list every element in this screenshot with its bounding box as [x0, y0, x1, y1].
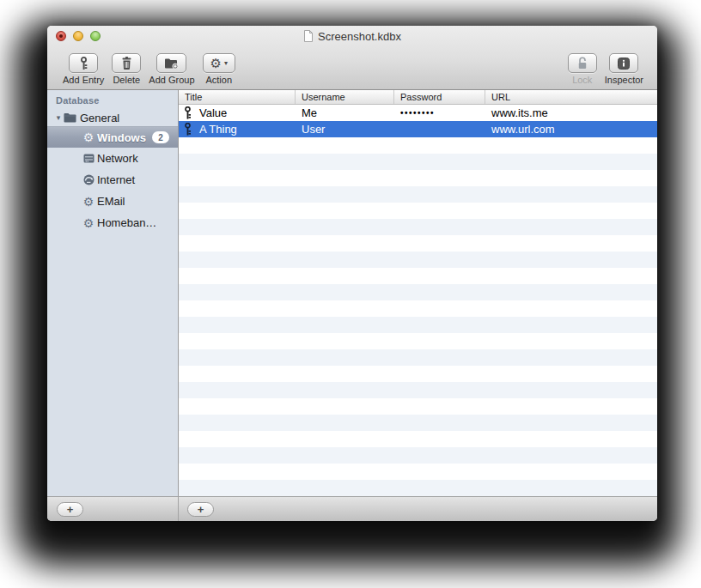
action-button[interactable]: ⚙ ▾ Action — [203, 53, 235, 85]
key-icon — [79, 57, 88, 70]
gear-icon: ⚙ — [82, 131, 95, 143]
add-group-button[interactable]: Add Group — [149, 53, 194, 85]
bottom-bar: + + — [47, 496, 657, 521]
info-icon — [618, 58, 630, 70]
folder-icon — [63, 112, 76, 123]
sidebar-item-network[interactable]: Network — [47, 148, 178, 169]
column-header-title[interactable]: Title — [179, 90, 296, 104]
gear-icon: ⚙ — [82, 196, 95, 208]
add-group-label: Add Group — [149, 75, 194, 85]
disclosure-triangle-icon[interactable]: ▾ — [54, 113, 63, 122]
chevron-down-icon: ▾ — [224, 59, 228, 67]
column-header-url[interactable]: URL — [485, 90, 657, 104]
sidebar-item-email[interactable]: ⚙ EMail — [47, 191, 178, 212]
table-row[interactable]: Value Me •••••••• www.its.me — [179, 105, 657, 121]
open-padlock-icon — [576, 57, 588, 70]
delete-label: Delete — [113, 75, 140, 85]
entry-title: A Thing — [199, 123, 237, 136]
sidebar-item-label: Homeban… — [97, 216, 156, 229]
add-entry-label: Add Entry — [63, 75, 104, 85]
folder-plus-icon — [164, 58, 179, 70]
bottom-bar-divider — [178, 497, 179, 521]
lock-button[interactable]: Lock — [568, 53, 597, 85]
toolbar-right-group: Lock Inspector — [568, 45, 643, 85]
entry-title: Value — [199, 106, 227, 119]
add-entry-plus-button[interactable]: + — [187, 502, 214, 517]
toolbar: Add Entry — [47, 45, 657, 90]
app-window: Screenshot.kdbx — [47, 26, 657, 521]
entry-url: www.url.com — [485, 121, 657, 137]
delete-button[interactable]: Delete — [112, 53, 141, 85]
plus-icon: + — [198, 504, 204, 515]
screenshot-stage: Screenshot.kdbx — [0, 0, 701, 588]
entry-url: www.its.me — [485, 105, 657, 121]
add-group-plus-button[interactable]: + — [57, 502, 83, 517]
entry-count-badge: 2 — [152, 131, 169, 143]
sidebar-item-label: General — [80, 112, 119, 124]
add-entry-button[interactable]: Add Entry — [63, 53, 104, 85]
column-header-password[interactable]: Password — [394, 90, 485, 104]
column-header-username[interactable]: Username — [296, 90, 394, 104]
entry-username: Me — [296, 105, 394, 121]
sidebar-item-label: EMail — [97, 195, 125, 208]
sidebar-item-windows[interactable]: ⚙ Windows 2 — [47, 126, 178, 148]
key-icon — [184, 106, 192, 119]
sidebar-item-label: Windows — [97, 131, 146, 144]
trash-icon — [121, 57, 132, 70]
content-area: Database ▾ General ⚙ Windows 2 — [47, 90, 657, 496]
entry-username: User — [296, 121, 394, 137]
window-title: Screenshot.kdbx — [318, 30, 401, 43]
title-area: Screenshot.kdbx — [47, 28, 657, 44]
sidebar-item-general[interactable]: ▾ General — [47, 109, 178, 126]
globe-icon — [82, 174, 95, 185]
table-header: Title Username Password URL — [179, 90, 657, 105]
sidebar-section-database: Database — [47, 92, 178, 109]
lock-label: Lock — [572, 75, 592, 85]
sidebar-item-internet[interactable]: Internet — [47, 169, 178, 191]
table-row-selected[interactable]: A Thing User www.url.com — [179, 121, 657, 137]
entry-password-masked: •••••••• — [400, 108, 435, 118]
inspector-button[interactable]: Inspector — [605, 53, 643, 85]
gear-icon: ⚙ — [210, 57, 222, 70]
network-icon — [82, 153, 95, 164]
plus-icon: + — [67, 504, 74, 515]
sidebar: Database ▾ General ⚙ Windows 2 — [47, 90, 179, 496]
table-body: Value Me •••••••• www.its.me — [179, 105, 657, 496]
sidebar-item-homebanking[interactable]: ⚙ Homeban… — [47, 212, 178, 233]
sidebar-item-label: Internet — [97, 173, 135, 186]
gear-icon: ⚙ — [82, 217, 95, 229]
toolbar-left-group: Add Entry — [63, 45, 235, 85]
window-chrome: Screenshot.kdbx — [47, 26, 657, 90]
key-icon — [184, 123, 192, 136]
inspector-label: Inspector — [605, 75, 643, 85]
titlebar[interactable]: Screenshot.kdbx — [47, 26, 657, 45]
sidebar-item-label: Network — [97, 152, 138, 165]
action-label: Action — [205, 75, 232, 85]
entry-table: Title Username Password URL — [179, 90, 657, 496]
document-proxy-icon[interactable] — [303, 30, 314, 42]
